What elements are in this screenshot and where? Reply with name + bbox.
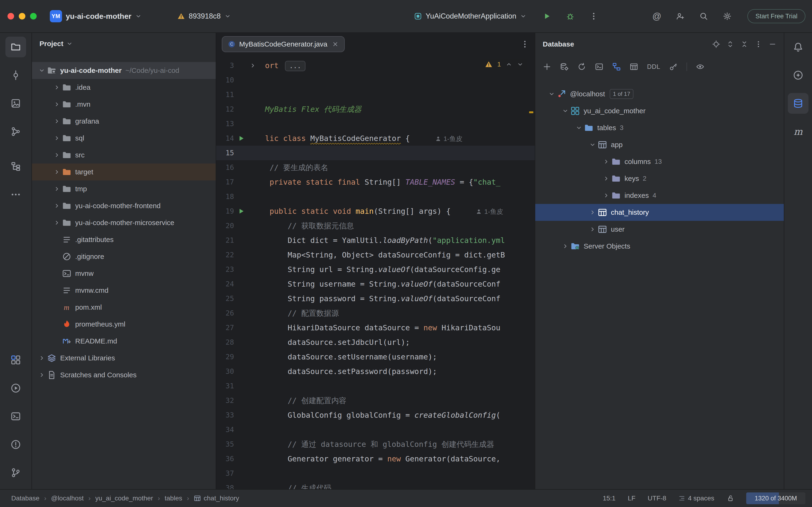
code-line-18[interactable]: 18	[216, 189, 535, 204]
project-widget[interactable]: YM yu-ai-code-mother	[45, 7, 147, 25]
chevron-right-icon[interactable]	[52, 152, 62, 158]
code-author-annotation[interactable]: 1-鱼皮	[476, 205, 503, 219]
chevron-down-icon[interactable]	[546, 91, 557, 97]
tool-repository-button[interactable]	[5, 93, 26, 114]
project-tree-item-grafana[interactable]: grafana	[32, 113, 216, 130]
chevron-down-icon[interactable]	[574, 124, 584, 131]
chevron-right-icon[interactable]	[601, 175, 612, 182]
debug-button[interactable]	[562, 8, 578, 24]
editor-options-icon[interactable]	[521, 40, 529, 48]
collapse-all-icon[interactable]	[741, 41, 748, 48]
code-line-20[interactable]: 20 // 获取数据元信息	[216, 219, 535, 233]
code-author-annotation[interactable]: 1-鱼皮	[435, 131, 463, 146]
project-tree-item-yu-ai-code-mother-frontend[interactable]: yu-ai-code-mother-frontend	[32, 198, 216, 214]
code-line-27[interactable]: 27 HikariDataSource dataSource = new Hik…	[216, 321, 535, 335]
tool-project-button[interactable]	[5, 37, 26, 57]
memory-indicator[interactable]: 1320 of 3400M	[746, 493, 805, 504]
db-tree-item-server-objects[interactable]: Server Objects	[535, 238, 784, 255]
code-line-13[interactable]: 13	[216, 117, 535, 131]
code-line-21[interactable]: 21 Dict dict = YamlUtil.loadByPath("appl…	[216, 233, 535, 247]
code-line-29[interactable]: 29 dataSource.setUsername(username);	[216, 350, 535, 364]
project-tree-item-external-libraries[interactable]: External Libraries	[32, 350, 216, 367]
chevron-right-icon[interactable]	[587, 209, 598, 216]
start-free-trial-button[interactable]: Start Free Trial	[747, 9, 805, 23]
breadcrumb-item-database[interactable]: Database	[11, 495, 40, 502]
project-tree-item-gitattributes[interactable]: .gitattributes	[32, 231, 216, 248]
chevron-right-icon[interactable]	[37, 355, 47, 361]
code-line-33[interactable]: 33 GlobalConfig globalConfig = createGlo…	[216, 408, 535, 422]
run-button[interactable]	[539, 8, 555, 24]
table-view-icon[interactable]	[630, 62, 638, 71]
code-line-17[interactable]: 17 private static final String[] TABLE_N…	[216, 175, 535, 189]
ai-assistant-button[interactable]	[788, 65, 808, 86]
chevron-down-icon[interactable]	[587, 142, 598, 148]
notifications-button[interactable]	[788, 37, 808, 57]
tool-terminal-button[interactable]	[5, 406, 26, 427]
tool-more-button[interactable]	[5, 184, 26, 205]
chevron-right-icon[interactable]	[52, 186, 62, 192]
breadcrumb-item-yu-ai-code-mother[interactable]: yu_ai_code_mother	[95, 495, 153, 502]
tool-structure-button[interactable]	[5, 156, 26, 177]
mentions-button[interactable]: @	[649, 8, 665, 24]
code-line-24[interactable]: 24 String username = String.valueOf(data…	[216, 277, 535, 291]
db-tree-item-indexes[interactable]: indexes4	[535, 187, 784, 204]
tool-services-button[interactable]	[5, 350, 26, 370]
editor-tab-active[interactable]: C MyBatisCodeGenerator.java	[222, 36, 345, 52]
chevron-right-icon[interactable]	[52, 219, 62, 226]
project-tree-item-yu-ai-code-mother-microservice[interactable]: yu-ai-code-mother-microservice	[32, 214, 216, 231]
project-tree-item-target[interactable]: target	[32, 164, 216, 180]
chevron-right-icon[interactable]	[52, 118, 62, 124]
project-tree-item-mvnw[interactable]: mvnw	[32, 265, 216, 282]
breadcrumb-item-localhost[interactable]: @localhost	[51, 495, 83, 502]
expand-all-icon[interactable]	[727, 41, 734, 48]
project-tree-item-tmp[interactable]: tmp	[32, 180, 216, 198]
run-gutter-icon[interactable]	[234, 131, 248, 146]
code-line-11[interactable]: 11	[216, 88, 535, 102]
db-tree-item-tables[interactable]: tables3	[535, 119, 784, 136]
code-line-22[interactable]: 22 Map<String, Object> dataSourceConfig …	[216, 247, 535, 262]
query-console-icon[interactable]	[595, 62, 603, 71]
code-line-35[interactable]: 35 // 通过 datasource 和 globalConfig 创建代码生…	[216, 437, 535, 452]
panel-options-icon[interactable]	[755, 41, 762, 48]
run-gutter-icon[interactable]	[234, 204, 248, 219]
select-opened-element-icon[interactable]	[712, 41, 720, 48]
code-line-28[interactable]: 28 dataSource.setJdbcUrl(url);	[216, 335, 535, 350]
fold-chevron-icon[interactable]	[248, 58, 257, 73]
code-with-me-button[interactable]	[672, 8, 688, 24]
db-tree-item-user[interactable]: user	[535, 221, 784, 238]
chevron-down-icon[interactable]	[560, 108, 571, 114]
code-line-10[interactable]: 10	[216, 73, 535, 88]
project-tree-item-prometheus-yml[interactable]: prometheus.yml	[32, 316, 216, 333]
key-icon[interactable]	[669, 62, 678, 71]
code-line-23[interactable]: 23 String url = String.valueOf(dataSourc…	[216, 262, 535, 277]
tool-vcs-graph-button[interactable]	[5, 121, 26, 142]
code-line-15[interactable]: 15	[216, 146, 535, 160]
chevron-right-icon[interactable]	[52, 135, 62, 142]
db-tree-item-app[interactable]: app	[535, 136, 784, 153]
code-line-26[interactable]: 26 // 配置数据源	[216, 306, 535, 321]
breadcrumb-item-chat-history[interactable]: chat_history	[194, 495, 239, 502]
chevron-right-icon[interactable]	[52, 84, 62, 91]
code-line-16[interactable]: 16 // 要生成的表名	[216, 160, 535, 175]
db-tree-item-keys[interactable]: keys2	[535, 170, 784, 187]
code-line-30[interactable]: 30 dataSource.setPassword(password);	[216, 364, 535, 379]
eye-icon[interactable]	[696, 62, 704, 71]
project-tree-item-mvn[interactable]: .mvn	[32, 96, 216, 113]
hide-panel-icon[interactable]	[769, 41, 776, 48]
close-window-button[interactable]	[7, 13, 14, 19]
code-line-32[interactable]: 32 // 创建配置内容	[216, 393, 535, 408]
chevron-right-icon[interactable]	[52, 169, 62, 175]
database-tool-button[interactable]	[788, 93, 808, 114]
line-separator-widget[interactable]: LF	[628, 495, 636, 502]
ddl-button[interactable]: DDL	[647, 63, 660, 70]
indent-widget[interactable]: 4 spaces	[679, 495, 714, 502]
folded-imports-badge[interactable]: ...	[285, 61, 305, 71]
encoding-widget[interactable]: UTF-8	[648, 495, 666, 502]
data-source-properties-icon[interactable]	[560, 62, 569, 71]
tool-problems-button[interactable]	[5, 434, 26, 455]
project-tree-item-gitignore[interactable]: .gitignore	[32, 248, 216, 265]
code-line-12[interactable]: 12MyBatis Flex 代码生成器	[216, 102, 535, 117]
chevron-down-icon[interactable]	[37, 67, 47, 74]
add-data-source-icon[interactable]	[543, 62, 551, 71]
project-tree-item-sql[interactable]: sql	[32, 130, 216, 147]
